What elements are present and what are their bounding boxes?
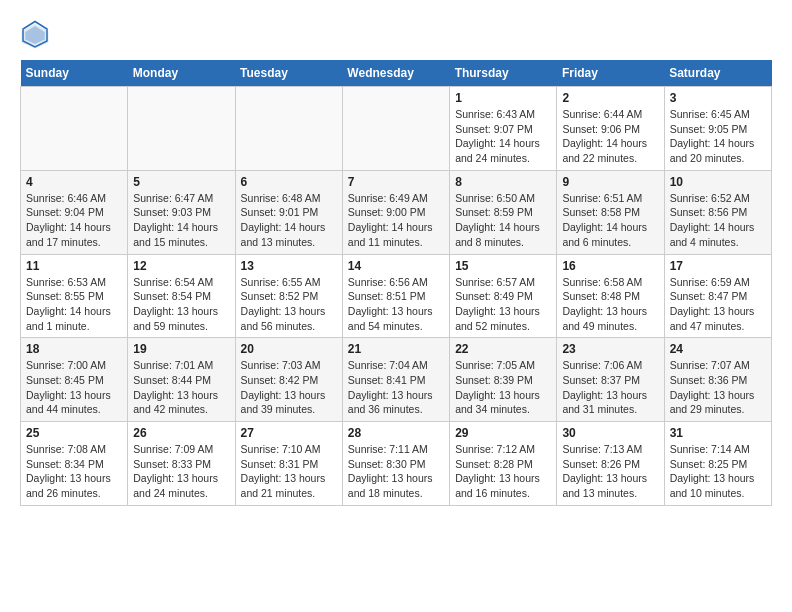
day-of-week-header: Saturday bbox=[664, 60, 771, 87]
day-number: 9 bbox=[562, 175, 658, 189]
calendar-day-cell: 15Sunrise: 6:57 AMSunset: 8:49 PMDayligh… bbox=[450, 254, 557, 338]
logo-icon bbox=[20, 20, 50, 50]
calendar-day-cell: 19Sunrise: 7:01 AMSunset: 8:44 PMDayligh… bbox=[128, 338, 235, 422]
day-number: 28 bbox=[348, 426, 444, 440]
calendar-week-row: 25Sunrise: 7:08 AMSunset: 8:34 PMDayligh… bbox=[21, 422, 772, 506]
logo bbox=[20, 20, 54, 50]
day-number: 12 bbox=[133, 259, 229, 273]
day-number: 6 bbox=[241, 175, 337, 189]
calendar-day-cell bbox=[21, 87, 128, 171]
day-info: Sunrise: 6:57 AMSunset: 8:49 PMDaylight:… bbox=[455, 275, 551, 334]
calendar-day-cell: 17Sunrise: 6:59 AMSunset: 8:47 PMDayligh… bbox=[664, 254, 771, 338]
day-info: Sunrise: 7:04 AMSunset: 8:41 PMDaylight:… bbox=[348, 358, 444, 417]
day-info: Sunrise: 6:51 AMSunset: 8:58 PMDaylight:… bbox=[562, 191, 658, 250]
calendar-day-cell: 2Sunrise: 6:44 AMSunset: 9:06 PMDaylight… bbox=[557, 87, 664, 171]
day-info: Sunrise: 7:09 AMSunset: 8:33 PMDaylight:… bbox=[133, 442, 229, 501]
day-number: 17 bbox=[670, 259, 766, 273]
day-info: Sunrise: 6:59 AMSunset: 8:47 PMDaylight:… bbox=[670, 275, 766, 334]
calendar-day-cell: 29Sunrise: 7:12 AMSunset: 8:28 PMDayligh… bbox=[450, 422, 557, 506]
day-info: Sunrise: 6:56 AMSunset: 8:51 PMDaylight:… bbox=[348, 275, 444, 334]
day-info: Sunrise: 6:48 AMSunset: 9:01 PMDaylight:… bbox=[241, 191, 337, 250]
day-number: 19 bbox=[133, 342, 229, 356]
day-number: 21 bbox=[348, 342, 444, 356]
day-info: Sunrise: 7:05 AMSunset: 8:39 PMDaylight:… bbox=[455, 358, 551, 417]
calendar-day-cell: 22Sunrise: 7:05 AMSunset: 8:39 PMDayligh… bbox=[450, 338, 557, 422]
day-number: 29 bbox=[455, 426, 551, 440]
day-number: 25 bbox=[26, 426, 122, 440]
day-number: 16 bbox=[562, 259, 658, 273]
day-number: 18 bbox=[26, 342, 122, 356]
calendar-week-row: 11Sunrise: 6:53 AMSunset: 8:55 PMDayligh… bbox=[21, 254, 772, 338]
calendar-day-cell: 6Sunrise: 6:48 AMSunset: 9:01 PMDaylight… bbox=[235, 170, 342, 254]
calendar-day-cell: 21Sunrise: 7:04 AMSunset: 8:41 PMDayligh… bbox=[342, 338, 449, 422]
calendar-day-cell: 20Sunrise: 7:03 AMSunset: 8:42 PMDayligh… bbox=[235, 338, 342, 422]
day-of-week-header: Monday bbox=[128, 60, 235, 87]
day-info: Sunrise: 6:55 AMSunset: 8:52 PMDaylight:… bbox=[241, 275, 337, 334]
day-info: Sunrise: 6:45 AMSunset: 9:05 PMDaylight:… bbox=[670, 107, 766, 166]
day-number: 11 bbox=[26, 259, 122, 273]
calendar-day-cell: 28Sunrise: 7:11 AMSunset: 8:30 PMDayligh… bbox=[342, 422, 449, 506]
day-info: Sunrise: 6:49 AMSunset: 9:00 PMDaylight:… bbox=[348, 191, 444, 250]
day-info: Sunrise: 6:47 AMSunset: 9:03 PMDaylight:… bbox=[133, 191, 229, 250]
page-header bbox=[20, 20, 772, 50]
day-number: 30 bbox=[562, 426, 658, 440]
day-of-week-header: Wednesday bbox=[342, 60, 449, 87]
day-number: 22 bbox=[455, 342, 551, 356]
day-number: 2 bbox=[562, 91, 658, 105]
day-number: 8 bbox=[455, 175, 551, 189]
calendar-header-row: SundayMondayTuesdayWednesdayThursdayFrid… bbox=[21, 60, 772, 87]
calendar-week-row: 1Sunrise: 6:43 AMSunset: 9:07 PMDaylight… bbox=[21, 87, 772, 171]
calendar-day-cell: 12Sunrise: 6:54 AMSunset: 8:54 PMDayligh… bbox=[128, 254, 235, 338]
calendar-week-row: 4Sunrise: 6:46 AMSunset: 9:04 PMDaylight… bbox=[21, 170, 772, 254]
calendar-day-cell: 23Sunrise: 7:06 AMSunset: 8:37 PMDayligh… bbox=[557, 338, 664, 422]
calendar-day-cell: 13Sunrise: 6:55 AMSunset: 8:52 PMDayligh… bbox=[235, 254, 342, 338]
day-info: Sunrise: 7:14 AMSunset: 8:25 PMDaylight:… bbox=[670, 442, 766, 501]
calendar-day-cell: 10Sunrise: 6:52 AMSunset: 8:56 PMDayligh… bbox=[664, 170, 771, 254]
calendar-day-cell bbox=[128, 87, 235, 171]
calendar-day-cell: 26Sunrise: 7:09 AMSunset: 8:33 PMDayligh… bbox=[128, 422, 235, 506]
calendar-table: SundayMondayTuesdayWednesdayThursdayFrid… bbox=[20, 60, 772, 506]
day-number: 26 bbox=[133, 426, 229, 440]
calendar-day-cell: 4Sunrise: 6:46 AMSunset: 9:04 PMDaylight… bbox=[21, 170, 128, 254]
day-info: Sunrise: 7:06 AMSunset: 8:37 PMDaylight:… bbox=[562, 358, 658, 417]
calendar-day-cell: 9Sunrise: 6:51 AMSunset: 8:58 PMDaylight… bbox=[557, 170, 664, 254]
calendar-day-cell: 11Sunrise: 6:53 AMSunset: 8:55 PMDayligh… bbox=[21, 254, 128, 338]
day-info: Sunrise: 7:13 AMSunset: 8:26 PMDaylight:… bbox=[562, 442, 658, 501]
day-info: Sunrise: 7:03 AMSunset: 8:42 PMDaylight:… bbox=[241, 358, 337, 417]
calendar-day-cell: 30Sunrise: 7:13 AMSunset: 8:26 PMDayligh… bbox=[557, 422, 664, 506]
day-info: Sunrise: 7:10 AMSunset: 8:31 PMDaylight:… bbox=[241, 442, 337, 501]
calendar-day-cell: 31Sunrise: 7:14 AMSunset: 8:25 PMDayligh… bbox=[664, 422, 771, 506]
calendar-day-cell: 18Sunrise: 7:00 AMSunset: 8:45 PMDayligh… bbox=[21, 338, 128, 422]
calendar-day-cell bbox=[235, 87, 342, 171]
day-info: Sunrise: 6:52 AMSunset: 8:56 PMDaylight:… bbox=[670, 191, 766, 250]
day-info: Sunrise: 6:50 AMSunset: 8:59 PMDaylight:… bbox=[455, 191, 551, 250]
day-number: 7 bbox=[348, 175, 444, 189]
day-number: 3 bbox=[670, 91, 766, 105]
day-number: 15 bbox=[455, 259, 551, 273]
calendar-day-cell: 14Sunrise: 6:56 AMSunset: 8:51 PMDayligh… bbox=[342, 254, 449, 338]
calendar-day-cell: 1Sunrise: 6:43 AMSunset: 9:07 PMDaylight… bbox=[450, 87, 557, 171]
day-number: 14 bbox=[348, 259, 444, 273]
day-number: 1 bbox=[455, 91, 551, 105]
day-number: 24 bbox=[670, 342, 766, 356]
day-of-week-header: Sunday bbox=[21, 60, 128, 87]
day-of-week-header: Tuesday bbox=[235, 60, 342, 87]
day-info: Sunrise: 6:46 AMSunset: 9:04 PMDaylight:… bbox=[26, 191, 122, 250]
day-info: Sunrise: 6:54 AMSunset: 8:54 PMDaylight:… bbox=[133, 275, 229, 334]
day-number: 27 bbox=[241, 426, 337, 440]
calendar-day-cell: 7Sunrise: 6:49 AMSunset: 9:00 PMDaylight… bbox=[342, 170, 449, 254]
day-of-week-header: Friday bbox=[557, 60, 664, 87]
day-number: 5 bbox=[133, 175, 229, 189]
calendar-day-cell: 8Sunrise: 6:50 AMSunset: 8:59 PMDaylight… bbox=[450, 170, 557, 254]
calendar-day-cell: 25Sunrise: 7:08 AMSunset: 8:34 PMDayligh… bbox=[21, 422, 128, 506]
day-info: Sunrise: 7:12 AMSunset: 8:28 PMDaylight:… bbox=[455, 442, 551, 501]
day-number: 10 bbox=[670, 175, 766, 189]
day-number: 20 bbox=[241, 342, 337, 356]
day-of-week-header: Thursday bbox=[450, 60, 557, 87]
calendar-day-cell: 27Sunrise: 7:10 AMSunset: 8:31 PMDayligh… bbox=[235, 422, 342, 506]
day-info: Sunrise: 7:08 AMSunset: 8:34 PMDaylight:… bbox=[26, 442, 122, 501]
day-info: Sunrise: 7:11 AMSunset: 8:30 PMDaylight:… bbox=[348, 442, 444, 501]
day-info: Sunrise: 6:43 AMSunset: 9:07 PMDaylight:… bbox=[455, 107, 551, 166]
day-number: 23 bbox=[562, 342, 658, 356]
calendar-day-cell: 5Sunrise: 6:47 AMSunset: 9:03 PMDaylight… bbox=[128, 170, 235, 254]
